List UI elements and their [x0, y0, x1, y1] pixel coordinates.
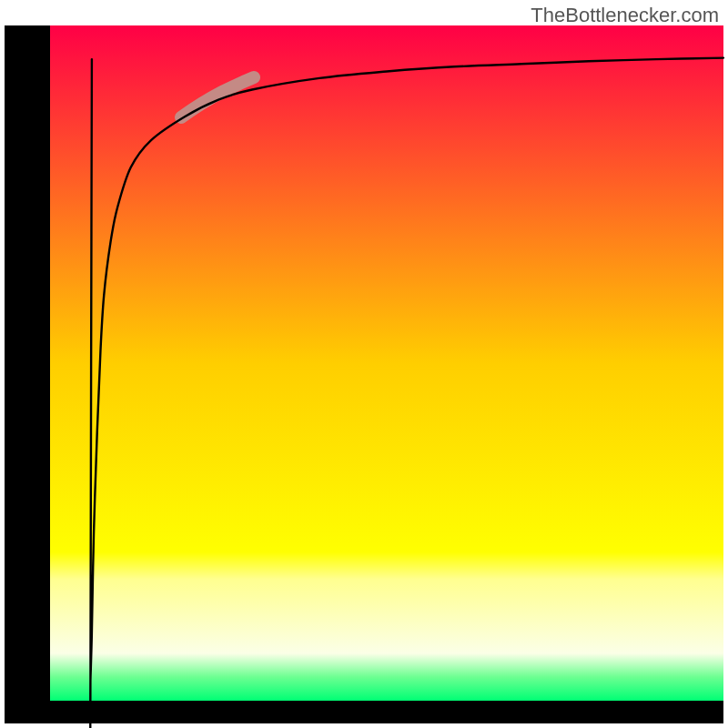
chart-root: TheBottlenecker.com	[0, 0, 728, 728]
watermark-text: TheBottlenecker.com	[531, 4, 719, 27]
y-axis-bar	[5, 25, 50, 701]
x-axis-bar	[5, 701, 723, 723]
chart-svg	[0, 0, 728, 728]
plot-background	[50, 25, 723, 701]
